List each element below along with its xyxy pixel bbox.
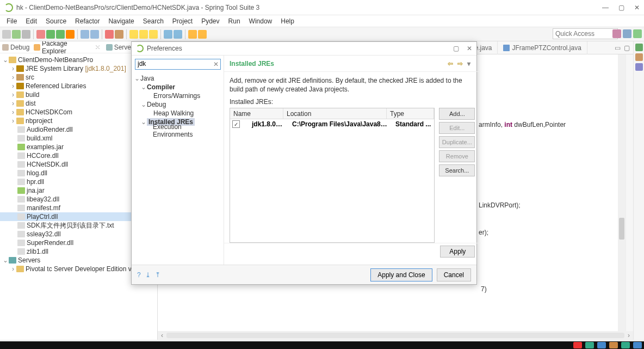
minimize-icon[interactable]: — <box>602 4 609 11</box>
skip-icon[interactable] <box>115 30 123 39</box>
menu-help[interactable]: Help <box>277 16 298 26</box>
new-package-icon[interactable] <box>81 30 89 39</box>
prefs-description: Add, remove or edit JRE definitions. By … <box>224 72 480 98</box>
prefs-page-title: Installed JREs <box>230 60 274 68</box>
step-return-icon[interactable] <box>149 30 158 39</box>
tray-icon[interactable] <box>585 342 594 348</box>
step-over-icon[interactable] <box>139 30 148 39</box>
tree-selected[interactable]: PlayCtrl.dll <box>27 213 58 221</box>
search-button[interactable]: Search... <box>439 164 475 176</box>
menu-edit[interactable]: Edit <box>22 16 40 26</box>
add-button[interactable]: Add... <box>439 108 475 120</box>
menu-file[interactable]: File <box>3 16 20 26</box>
menu-refactor[interactable]: Refactor <box>72 16 103 26</box>
editor-hscroll[interactable]: ‹› <box>158 331 633 340</box>
col-type[interactable]: Type <box>387 108 434 119</box>
import-prefs-icon[interactable]: ⤓ <box>145 271 151 279</box>
tray-icon[interactable] <box>597 342 606 348</box>
editor-max-icon[interactable]: ▢ <box>624 44 630 52</box>
remove-button[interactable]: Remove <box>439 150 475 162</box>
jre-row[interactable]: ✓ jdk1.8.0_201... C:\Program Files\Java\… <box>230 119 434 129</box>
editor-overview-ruler[interactable] <box>626 54 633 340</box>
outline-icon[interactable] <box>635 44 643 51</box>
menu-run[interactable]: Run <box>225 16 244 26</box>
new-icon[interactable] <box>2 30 11 39</box>
prefs-search-input[interactable] <box>138 60 212 68</box>
new-class-icon[interactable] <box>90 30 99 39</box>
menu-source[interactable]: Source <box>42 16 70 26</box>
col-location[interactable]: Location <box>283 108 387 119</box>
right-gutter <box>633 41 644 340</box>
perspective-open-icon[interactable] <box>633 29 642 38</box>
prefs-search-wrap: ✕ <box>135 59 221 70</box>
perspective-debug-icon[interactable] <box>623 29 631 38</box>
jre-checkbox[interactable]: ✓ <box>232 120 240 128</box>
minimap-icon[interactable] <box>635 63 643 71</box>
prefs-tree[interactable]: ⌄Java ⌄Compiler Errors/Warnings ⌄Debug H… <box>132 73 224 265</box>
main-toolbar <box>0 27 644 41</box>
apply-close-button[interactable]: Apply and Close <box>370 268 432 281</box>
tasklist-icon[interactable] <box>635 53 643 61</box>
stop-icon[interactable] <box>105 30 114 39</box>
cancel-button[interactable]: Cancel <box>437 268 471 281</box>
maximize-icon[interactable]: ▢ <box>618 4 624 11</box>
app-icon <box>4 3 13 12</box>
clear-search-icon[interactable]: ✕ <box>213 60 219 68</box>
window-titlebar: hk - ClientDemo-NetBeansPro/src/ClientDe… <box>0 0 644 15</box>
tray-icon[interactable] <box>609 342 618 348</box>
tab-jframe[interactable]: JFramePTZControl.java <box>498 41 587 54</box>
quick-access-input[interactable] <box>553 28 618 39</box>
preferences-dialog: Preferences ▢ ✕ ✕ ⌄Java ⌄Compiler Errors… <box>131 41 477 285</box>
menu-search[interactable]: Search <box>140 16 167 26</box>
view-debug[interactable]: Debug <box>2 44 29 51</box>
run-icon[interactable] <box>46 30 55 39</box>
search-icon[interactable] <box>174 30 182 39</box>
duplicate-button[interactable]: Duplicate... <box>439 136 475 148</box>
prefs-title: Preferences <box>147 45 182 52</box>
tray-icon[interactable] <box>573 342 582 348</box>
step-into-icon[interactable] <box>129 30 138 39</box>
edit-button[interactable]: Edit... <box>439 122 475 134</box>
export-prefs-icon[interactable]: ⤒ <box>155 271 160 279</box>
menu-project[interactable]: Project <box>169 16 196 26</box>
editor-vscroll[interactable] <box>618 54 626 340</box>
prefs-menu-icon[interactable]: ▾ <box>467 60 475 68</box>
project-root[interactable]: ClientDemo-NetBeansPro <box>18 56 93 64</box>
back-icon[interactable] <box>188 30 197 39</box>
menu-window[interactable]: Window <box>246 16 276 26</box>
apply-button[interactable]: Apply <box>440 246 475 258</box>
window-title: hk - ClientDemo-NetBeansPro/src/ClientDe… <box>16 4 259 11</box>
menu-navigate[interactable]: Navigate <box>105 16 137 26</box>
menu-pydev[interactable]: Pydev <box>198 16 222 26</box>
perspective-java-icon[interactable] <box>612 29 621 38</box>
menubar: File Edit Source Refactor Navigate Searc… <box>0 15 644 27</box>
tray-icon[interactable] <box>621 342 630 348</box>
tray-icon[interactable] <box>633 342 642 348</box>
prefs-back-icon[interactable]: ⇦ <box>448 60 455 68</box>
debug-icon[interactable] <box>36 30 45 39</box>
installed-jres-label: Installed JREs: <box>224 98 480 108</box>
col-name[interactable]: Name <box>230 108 283 119</box>
run-last-icon[interactable] <box>56 30 65 39</box>
os-taskbar <box>0 341 644 349</box>
view-package-explorer[interactable]: Package Explorer⛌ <box>34 40 101 55</box>
help-icon[interactable]: ? <box>137 271 141 279</box>
prefs-max-icon[interactable]: ▢ <box>453 45 459 52</box>
prefs-close-icon[interactable]: ✕ <box>467 45 472 52</box>
forward-icon[interactable] <box>198 30 207 39</box>
open-type-icon[interactable] <box>164 30 172 39</box>
close-icon[interactable]: ✕ <box>634 4 640 11</box>
editor-min-icon[interactable]: ▭ <box>615 44 621 52</box>
prefs-icon <box>136 45 144 52</box>
coverage-icon[interactable] <box>66 30 75 39</box>
save-icon[interactable] <box>12 30 21 39</box>
prefs-fwd-icon[interactable]: ⇨ <box>457 60 465 68</box>
jre-table[interactable]: Name Location Type ✓ jdk1.8.0_201... C:\… <box>230 108 435 243</box>
save-all-icon[interactable] <box>22 30 30 39</box>
